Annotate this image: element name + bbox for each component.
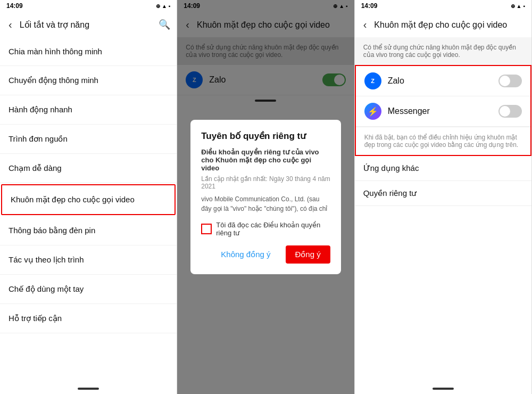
modal-title: Tuyên bố quyền riêng tư: [201, 130, 330, 142]
menu-item-cham-de-dang[interactable]: Chạm dễ dàng: [0, 154, 177, 183]
privacy-modal: Tuyên bố quyền riêng tư Điều khoản quyền…: [190, 120, 340, 274]
cancel-button[interactable]: Không đồng ý: [214, 245, 277, 264]
menu-item-tac-vu[interactable]: Tác vụ theo lịch trình: [0, 245, 177, 275]
modal-body-title: Điều khoản quyền riêng tư của vivo cho K…: [201, 148, 330, 172]
messenger-icon: ⚡: [364, 103, 381, 120]
status-bar-1: 14:09 ⊕ ▲ ▪: [0, 0, 177, 12]
battery-icon-3: ▪: [523, 3, 525, 9]
apps-note: Khi đã bật, bạn có thể điều chỉnh hiệu ứ…: [356, 127, 530, 155]
menu-item-khuon-mat[interactable]: Khuôn mặt đẹp cho cuộc gọi video: [1, 184, 176, 215]
checkbox-label: Tôi đã đọc các Điều khoản quyền riêng tư: [216, 221, 330, 237]
menu-item-ho-tro[interactable]: Hỗ trợ tiếp cận: [0, 304, 177, 333]
zalo-toggle-3[interactable]: [498, 75, 522, 87]
modal-date: Lần cập nhật gần nhất: Ngày 30 tháng 4 n…: [201, 175, 330, 190]
modal-content: vivo Mobile Communication Co., Ltd. (sau…: [201, 194, 330, 214]
home-indicator-1: [78, 388, 99, 390]
bottom-bar-3: [355, 383, 531, 394]
status-icons-3: ⊕ ▲ ▪: [511, 3, 525, 9]
modal-checkbox-row: Tôi đã đọc các Điều khoản quyền riêng tư: [201, 221, 330, 237]
home-indicator-3: [433, 388, 454, 390]
signal-icon: ▲: [162, 3, 167, 9]
app-row-messenger: ⚡ Messenger: [356, 96, 530, 127]
page-title-1: Lối tắt và trợ năng: [20, 20, 154, 30]
menu-list-1: Chia màn hình thông minh Chuyển động thô…: [0, 37, 177, 383]
page-title-3: Khuôn mặt đẹp cho cuộc gọi video: [374, 20, 525, 30]
battery-icon: ▪: [169, 3, 171, 9]
messenger-toggle[interactable]: [498, 105, 522, 118]
status-bar-3: 14:09 ⊕ ▲ ▪: [355, 0, 531, 12]
modal-buttons: Không đồng ý Đồng ý: [201, 245, 330, 264]
menu-item-chuyen-dong[interactable]: Chuyển động thông minh: [0, 66, 177, 95]
panel-3: 14:09 ⊕ ▲ ▪ ‹ Khuôn mặt đẹp cho cuộc gọi…: [355, 0, 532, 394]
top-bar-3: ‹ Khuôn mặt đẹp cho cuộc gọi video: [355, 12, 531, 37]
zalo-icon-3: Z: [364, 72, 381, 89]
privacy-checkbox[interactable]: [201, 224, 212, 234]
menu-item-chia-man-hinh[interactable]: Chia màn hình thông minh: [0, 37, 177, 66]
zalo-label-3: Zalo: [388, 76, 492, 86]
top-bar-1: ‹ Lối tắt và trợ năng 🔍: [0, 12, 177, 37]
other-apps-section[interactable]: Ứng dụng khác: [355, 156, 531, 181]
panel-2: 14:09 ⊕ ▲ ▪ ‹ Khuôn mặt đẹp cho cuộc gọi…: [177, 0, 354, 394]
signal-icon-3: ▲: [517, 3, 522, 9]
wifi-icon-3: ⊕: [511, 3, 515, 9]
wifi-icon: ⊕: [156, 3, 160, 9]
privacy-section[interactable]: Quyền riêng tư: [355, 181, 531, 206]
bottom-bar-1: [0, 383, 177, 394]
status-time-1: 14:09: [6, 2, 23, 10]
apps-box-highlighted: Z Zalo ⚡ Messenger Khi đã bật, bạn có th…: [355, 65, 531, 156]
app-row-zalo-3: Z Zalo: [356, 66, 530, 96]
status-time-3: 14:09: [361, 2, 378, 10]
status-icons-1: ⊕ ▲ ▪: [156, 3, 170, 9]
description-3: Có thể sử dụng chức năng khuôn mặt đẹp đ…: [355, 37, 531, 65]
panel-1: 14:09 ⊕ ▲ ▪ ‹ Lối tắt và trợ năng 🔍 Chia…: [0, 0, 177, 394]
menu-item-hanh-dong[interactable]: Hành động nhanh: [0, 95, 177, 125]
modal-overlay: Tuyên bố quyền riêng tư Điều khoản quyền…: [177, 0, 354, 394]
menu-item-thong-bao[interactable]: Thông báo bằng đèn pin: [0, 216, 177, 245]
confirm-button[interactable]: Đồng ý: [286, 245, 330, 264]
back-button-3[interactable]: ‹: [361, 17, 369, 33]
menu-item-che-do[interactable]: Chế độ dùng một tay: [0, 275, 177, 304]
panel3-content: Có thể sử dụng chức năng khuôn mặt đẹp đ…: [355, 37, 531, 383]
back-button-1[interactable]: ‹: [6, 17, 14, 33]
messenger-label: Messenger: [388, 106, 492, 116]
search-button-1[interactable]: 🔍: [159, 19, 170, 30]
menu-item-trinh-don[interactable]: Trình đơn nguồn: [0, 125, 177, 154]
